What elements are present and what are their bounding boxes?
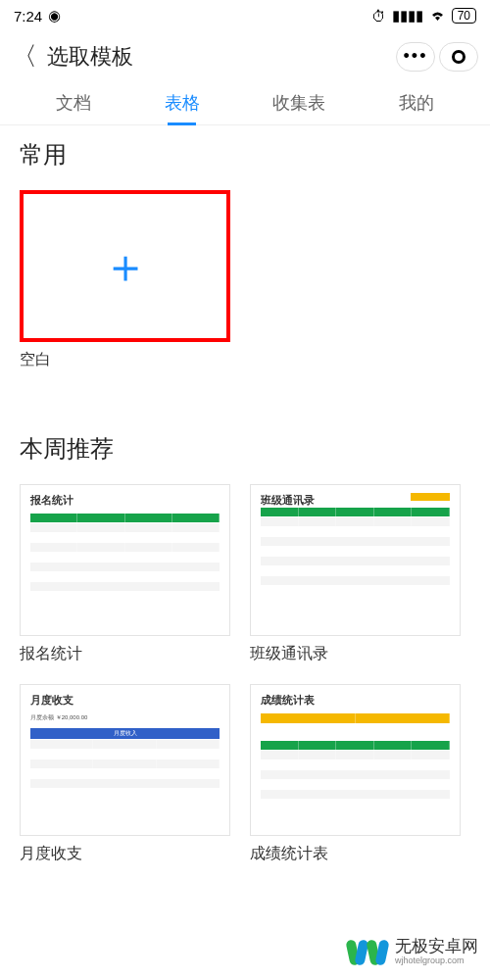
menu-icon[interactable]: ••• — [396, 42, 435, 72]
recording-icon: ◉ — [48, 7, 61, 24]
signal-icon: ▮▮▮▮ — [392, 7, 423, 24]
alarm-icon: ⏱ — [371, 8, 386, 24]
tab-document[interactable]: 文档 — [56, 91, 91, 124]
template-card[interactable]: 报名统计 报名统计 — [20, 484, 230, 664]
thumb-title: 班级通讯录 — [261, 494, 315, 506]
thumb-title: 报名统计 — [30, 493, 220, 508]
status-bar: 7:24 ◉ ⏱ ▮▮▮▮ 70 — [0, 0, 490, 31]
watermark-text: 无极安卓网 — [395, 938, 478, 956]
thumb-title: 月度收支 — [30, 693, 220, 708]
thumb-subhead: 月度收入 — [114, 729, 137, 738]
template-label: 报名统计 — [20, 644, 230, 664]
section-title: 常用 — [20, 139, 470, 171]
template-card[interactable]: 月度收支 月度余额 ￥20,000.00 月度收入 月度收支 — [20, 684, 230, 864]
watermark-logo-icon — [348, 940, 389, 965]
section-frequent: 常用 — [0, 125, 490, 190]
watermark: 无极安卓网 wjhotelgroup.com — [342, 934, 484, 970]
tab-mine[interactable]: 我的 — [399, 91, 434, 124]
tab-sheet[interactable]: 表格 — [165, 91, 200, 124]
plus-icon: ＋ — [102, 243, 149, 290]
page-header: 〈 选取模板 ••• — [0, 31, 490, 81]
back-icon[interactable]: 〈 — [12, 39, 37, 74]
section-weekly: 本周推荐 — [0, 419, 490, 484]
close-icon[interactable] — [439, 42, 478, 72]
template-label: 月度收支 — [20, 844, 230, 864]
miniprogram-capsule: ••• — [396, 42, 478, 72]
tab-form[interactable]: 收集表 — [272, 91, 325, 124]
status-time: 7:24 — [14, 8, 42, 24]
template-label: 空白 — [20, 350, 230, 370]
template-label: 成绩统计表 — [250, 844, 461, 864]
page-title: 选取模板 — [47, 42, 396, 72]
watermark-sub: wjhotelgroup.com — [395, 956, 478, 966]
section-title: 本周推荐 — [20, 433, 470, 465]
template-blank[interactable]: ＋ 空白 — [20, 190, 230, 370]
template-card[interactable]: 班级通讯录 班级通讯录 — [250, 484, 461, 664]
wifi-icon — [429, 8, 446, 24]
template-card[interactable]: 成绩统计表 成绩统计表 — [250, 684, 461, 864]
template-label: 班级通讯录 — [250, 644, 461, 664]
battery-indicator: 70 — [452, 8, 476, 24]
tab-bar: 文档 表格 收集表 我的 — [0, 81, 490, 125]
thumb-title: 成绩统计表 — [261, 693, 450, 708]
